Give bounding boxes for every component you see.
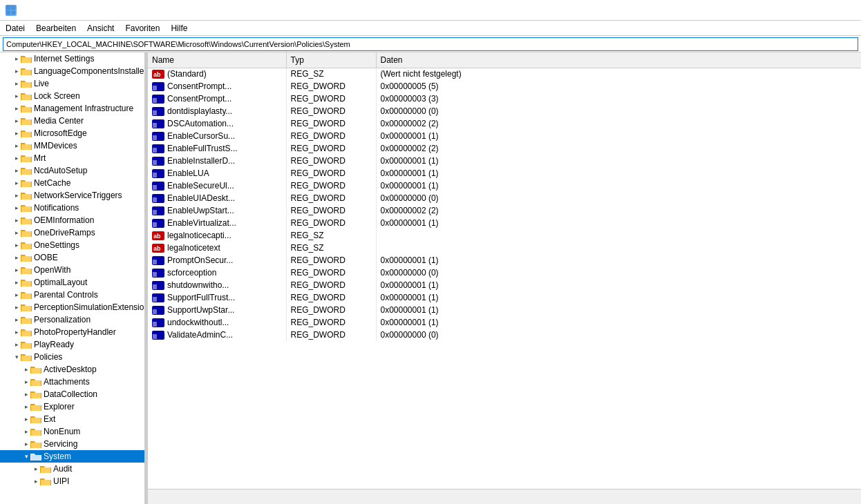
- tree-item[interactable]: ▸ Parental Controls: [0, 289, 144, 301]
- table-row[interactable]: ab legalnoticecapti...REG_SZ: [148, 229, 861, 242]
- tree-item[interactable]: ▸ Personalization: [0, 313, 144, 326]
- address-input[interactable]: [3, 37, 858, 51]
- tree-item[interactable]: ▸ Servicing: [0, 438, 144, 450]
- table-row[interactable]: ||| ConsentPrompt...REG_DWORD0x00000003 …: [148, 93, 861, 105]
- tree-item[interactable]: ▸ OneDriveRamps: [0, 226, 144, 239]
- tree-item[interactable]: ▸ UIPI: [0, 475, 144, 487]
- tree-item[interactable]: ▸ NcdAutoSetup: [0, 164, 144, 177]
- tree-expander[interactable]: ▾: [12, 353, 21, 360]
- col-header-data[interactable]: Daten: [376, 52, 861, 68]
- tree-item[interactable]: ▸ Notifications: [0, 202, 144, 214]
- tree-expander[interactable]: ▸: [12, 341, 21, 348]
- tree-item[interactable]: ▸ NonEnum: [0, 425, 144, 438]
- tree-item[interactable]: ▸ OpenWith: [0, 264, 144, 276]
- tree-item[interactable]: ▸ OEMInformation: [0, 214, 144, 226]
- tree-expander[interactable]: ▸: [12, 229, 21, 236]
- tree-expander[interactable]: ▸: [12, 254, 21, 261]
- tree-item[interactable]: ▸ MicrosoftEdge: [0, 127, 144, 139]
- tree-expander[interactable]: ▸: [22, 366, 30, 373]
- tree-expander[interactable]: ▸: [12, 117, 21, 124]
- tree-expander[interactable]: ▸: [12, 329, 21, 336]
- tree-expander[interactable]: ▸: [12, 304, 21, 311]
- maximize-button[interactable]: [792, 0, 824, 21]
- tree-expander[interactable]: ▸: [12, 204, 21, 211]
- tree-item[interactable]: ▸ Management Infrastructure: [0, 102, 144, 115]
- table-row[interactable]: ||| EnableInstallerD...REG_DWORD0x000000…: [148, 155, 861, 167]
- tree-item[interactable]: ▸ Ext: [0, 413, 144, 425]
- tree-expander[interactable]: ▸: [12, 242, 21, 249]
- tree-expander[interactable]: ▸: [12, 80, 21, 87]
- table-row[interactable]: ||| EnableSecureUl...REG_DWORD0x00000001…: [148, 180, 861, 192]
- table-row[interactable]: ||| PromptOnSecur...REG_DWORD0x00000001 …: [148, 254, 861, 266]
- tree-item[interactable]: ▸ PhotoPropertyHandler: [0, 326, 144, 338]
- table-row[interactable]: ||| dontdisplaylastу...REG_DWORD0x000000…: [148, 105, 861, 117]
- tree-expander[interactable]: ▸: [22, 416, 30, 423]
- menu-favoriten[interactable]: Favoriten: [120, 21, 165, 35]
- menu-datei[interactable]: Datei: [0, 21, 30, 35]
- tree-item[interactable]: ▸ Lock Screen: [0, 90, 144, 102]
- tree-item[interactable]: ▸ DataCollection: [0, 388, 144, 400]
- menu-bearbeiten[interactable]: Bearbeiten: [30, 21, 82, 35]
- table-row[interactable]: ab legalnoticetextREG_SZ: [148, 242, 861, 254]
- tree-expander[interactable]: ▸: [22, 378, 30, 385]
- tree-item[interactable]: ▸ OOBE: [0, 251, 144, 264]
- tree-item[interactable]: ▸ Audit: [0, 463, 144, 475]
- tree-item[interactable]: ▾ Policies: [0, 351, 144, 363]
- col-header-type[interactable]: Typ: [286, 52, 376, 68]
- tree-item[interactable]: ▸ Live: [0, 77, 144, 90]
- tree-expander[interactable]: ▸: [12, 192, 21, 199]
- tree-item[interactable]: ▸ Attachments: [0, 376, 144, 388]
- tree-expander[interactable]: ▸: [12, 279, 21, 286]
- tree-item[interactable]: ▸ Internet Settings: [0, 52, 144, 65]
- tree-expander[interactable]: ▸: [12, 68, 21, 75]
- tree-item[interactable]: ▸ MMDevices: [0, 139, 144, 152]
- tree-expander[interactable]: ▸: [22, 440, 30, 447]
- tree-expander[interactable]: ▸: [22, 428, 30, 435]
- tree-expander[interactable]: ▸: [12, 291, 21, 298]
- tree-item[interactable]: ▸ NetCache: [0, 177, 144, 189]
- table-row[interactable]: ||| EnableCursorSu...REG_DWORD0x00000001…: [148, 130, 861, 142]
- tree-expander[interactable]: ▸: [12, 130, 21, 137]
- tree-expander[interactable]: ▸: [12, 155, 21, 162]
- col-header-name[interactable]: Name: [148, 52, 286, 68]
- tree-expander[interactable]: ▸: [12, 167, 21, 174]
- table-row[interactable]: ||| DSCAutomation...REG_DWORD0x00000002 …: [148, 117, 861, 130]
- tree-expander[interactable]: ▸: [12, 316, 21, 323]
- table-row[interactable]: ||| shutdownwitho...REG_DWORD0x00000001 …: [148, 279, 861, 291]
- table-row[interactable]: ||| SupportUwpStar...REG_DWORD0x00000001…: [148, 304, 861, 316]
- tree-expander[interactable]: ▸: [32, 478, 40, 485]
- table-row[interactable]: ||| undockwithoutl...REG_DWORD0x00000001…: [148, 316, 861, 329]
- table-row[interactable]: ||| EnableVirtualizat...REG_DWORD0x00000…: [148, 217, 861, 229]
- tree-item[interactable]: ▸ ActiveDesktop: [0, 363, 144, 376]
- tree-item[interactable]: ▸ LanguageComponentsInstaller: [0, 65, 144, 77]
- tree-expander[interactable]: ▸: [22, 403, 30, 410]
- tree-expander[interactable]: ▸: [12, 105, 21, 112]
- table-row[interactable]: ||| SupportFullTrust...REG_DWORD0x000000…: [148, 291, 861, 304]
- tree-item[interactable]: ▸ NetworkServiceTriggers: [0, 189, 144, 202]
- table-row[interactable]: ||| EnableLUAREG_DWORD0x00000001 (1): [148, 167, 861, 180]
- tree-item[interactable]: ▸ Mrt: [0, 152, 144, 164]
- tree-item[interactable]: ▸ OptimalLayout: [0, 276, 144, 289]
- table-row[interactable]: ||| scforceoptionREG_DWORD0x00000000 (0): [148, 266, 861, 279]
- menu-ansicht[interactable]: Ansicht: [82, 21, 120, 35]
- table-row[interactable]: ab (Standard)REG_SZ(Wert nicht festgeleg…: [148, 68, 861, 80]
- table-row[interactable]: ||| ValidateAdminC...REG_DWORD0x00000000…: [148, 329, 861, 341]
- tree-expander[interactable]: ▸: [12, 217, 21, 224]
- tree-expander[interactable]: ▸: [12, 93, 21, 99]
- table-row[interactable]: ||| EnableFullTrustS...REG_DWORD0x000000…: [148, 142, 861, 155]
- minimize-button[interactable]: [760, 0, 792, 21]
- tree-item[interactable]: ▸ PerceptionSimulationExtensions: [0, 301, 144, 313]
- table-row[interactable]: ||| EnableUIADeskt...REG_DWORD0x00000000…: [148, 192, 861, 204]
- tree-expander[interactable]: ▾: [22, 453, 30, 460]
- tree-expander[interactable]: ▸: [12, 180, 21, 186]
- table-row[interactable]: ||| EnableUwpStart...REG_DWORD0x00000002…: [148, 204, 861, 217]
- tree-expander[interactable]: ▸: [12, 55, 21, 62]
- table-row[interactable]: ||| ConsentPrompt...REG_DWORD0x00000005 …: [148, 80, 861, 93]
- tree-item[interactable]: ▸ OneSettings: [0, 239, 144, 251]
- tree-item[interactable]: ▸ Media Center: [0, 115, 144, 127]
- tree-expander[interactable]: ▸: [22, 391, 30, 398]
- close-button[interactable]: [824, 0, 855, 21]
- tree-expander[interactable]: ▸: [32, 465, 40, 472]
- tree-expander[interactable]: ▸: [12, 266, 21, 273]
- tree-item[interactable]: ▸ PlayReady: [0, 338, 144, 351]
